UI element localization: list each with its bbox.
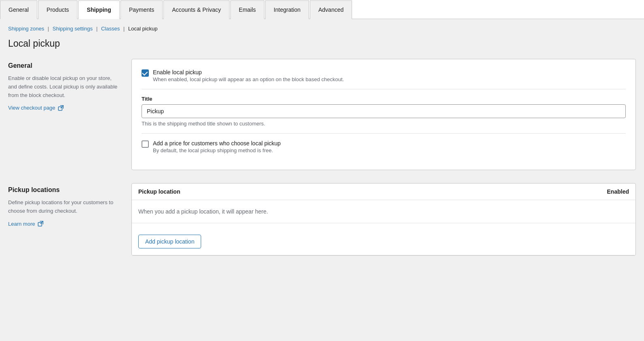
- enable-local-pickup-checkbox[interactable]: [142, 69, 149, 77]
- title-field: Title This is the shipping method title …: [142, 96, 626, 127]
- locations-table-header-row: Pickup location Enabled: [132, 183, 635, 200]
- page-content: Shipping zones | Shipping settings | Cla…: [0, 19, 644, 275]
- breadcrumb-current: Local pickup: [128, 26, 157, 32]
- tab-shipping[interactable]: Shipping: [78, 0, 120, 19]
- breadcrumb-separator-2: |: [96, 26, 97, 32]
- breadcrumb-separator-3: |: [123, 26, 125, 32]
- breadcrumb-link-shipping-settings[interactable]: Shipping settings: [53, 26, 93, 32]
- locations-empty-row: When you add a pickup location, it will …: [132, 200, 635, 223]
- title-label: Title: [142, 96, 626, 102]
- general-section: General Enable or disable local pickup o…: [8, 59, 636, 170]
- learn-more-link-text: Learn more: [8, 221, 35, 227]
- locations-table: Pickup location Enabled When you add a p…: [132, 183, 635, 255]
- external-link-icon: [58, 105, 64, 111]
- title-field-desc: This is the shipping method title shown …: [142, 121, 626, 127]
- add-price-desc: By default, the local pickup shipping me…: [153, 147, 281, 153]
- tab-accounts-privacy[interactable]: Accounts & Privacy: [163, 0, 230, 19]
- enable-local-pickup-label-group: Enable local pickup When enabled, local …: [153, 69, 344, 82]
- locations-card: Pickup location Enabled When you add a p…: [131, 183, 636, 256]
- enable-local-pickup-row: Enable local pickup When enabled, local …: [142, 69, 626, 82]
- divider-1: [142, 89, 626, 89]
- col-enabled: Enabled: [439, 183, 635, 200]
- add-price-label-group: Add a price for customers who choose loc…: [153, 140, 281, 153]
- breadcrumb-link-classes[interactable]: Classes: [101, 26, 120, 32]
- general-sidebar: General Enable or disable local pickup o…: [8, 59, 122, 170]
- general-sidebar-description: Enable or disable local pickup on your s…: [8, 74, 122, 99]
- locations-sidebar-description: Define pickup locations for your custome…: [8, 199, 122, 216]
- enable-local-pickup-label: Enable local pickup: [153, 69, 344, 76]
- add-price-checkbox[interactable]: [142, 140, 149, 148]
- general-card: Enable local pickup When enabled, local …: [131, 59, 636, 170]
- page-title: Local pickup: [8, 38, 636, 49]
- title-input[interactable]: [142, 104, 626, 118]
- tab-emails[interactable]: Emails: [230, 0, 264, 19]
- view-checkout-page-link-text: View checkout page: [8, 105, 55, 111]
- tab-advanced[interactable]: Advanced: [310, 0, 352, 19]
- add-pickup-location-button[interactable]: Add pickup location: [138, 235, 201, 248]
- breadcrumb-link-shipping-zones[interactable]: Shipping zones: [8, 26, 44, 32]
- view-checkout-page-link[interactable]: View checkout page: [8, 105, 64, 111]
- locations-add-row: Add pickup location: [132, 223, 635, 255]
- locations-sidebar-heading: Pickup locations: [8, 186, 122, 194]
- add-price-row: Add a price for customers who choose loc…: [142, 140, 626, 153]
- locations-section: Pickup locations Define pickup locations…: [8, 183, 636, 256]
- locations-sidebar: Pickup locations Define pickup locations…: [8, 183, 122, 256]
- tab-integration[interactable]: Integration: [265, 0, 309, 19]
- col-pickup-location: Pickup location: [132, 183, 439, 200]
- breadcrumb-separator-1: |: [48, 26, 49, 32]
- tab-payments[interactable]: Payments: [120, 0, 163, 19]
- learn-more-external-link-icon: [38, 221, 43, 227]
- locations-empty-message: When you add a pickup location, it will …: [132, 200, 635, 223]
- tab-bar: General Products Shipping Payments Accou…: [0, 0, 644, 19]
- breadcrumb: Shipping zones | Shipping settings | Cla…: [8, 26, 636, 32]
- divider-2: [142, 133, 626, 134]
- enable-local-pickup-desc: When enabled, local pickup will appear a…: [153, 76, 344, 82]
- tab-general[interactable]: General: [0, 0, 37, 19]
- general-sidebar-heading: General: [8, 62, 122, 69]
- locations-add-cell: Add pickup location: [132, 223, 635, 255]
- tab-products[interactable]: Products: [38, 0, 77, 19]
- learn-more-link[interactable]: Learn more: [8, 221, 43, 227]
- add-price-label: Add a price for customers who choose loc…: [153, 140, 281, 147]
